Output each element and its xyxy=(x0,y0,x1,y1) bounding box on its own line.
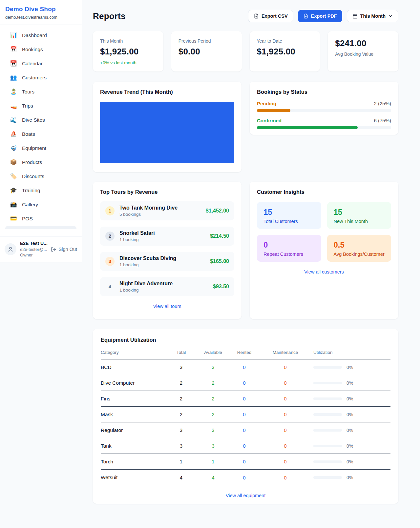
view-all-equipment-link[interactable]: View all equipment xyxy=(101,493,390,498)
equipment-maintenance: 0 xyxy=(260,380,311,386)
equipment-total: 4 xyxy=(165,475,198,480)
sidebar-item[interactable]: 📆 Calendar xyxy=(3,56,79,71)
equipment-utilization-card: Equipment Utilization Category Total Ava… xyxy=(93,329,398,504)
sidebar-item[interactable]: 📸 Gallery xyxy=(3,197,79,212)
equipment-total: 3 xyxy=(165,427,198,433)
equipment-table-header: Category Total Available Rented Maintena… xyxy=(101,350,390,359)
nav-item-label: POS xyxy=(22,216,33,222)
user-role: Owner xyxy=(20,252,47,258)
nav-item-label: Tours xyxy=(22,89,34,95)
sidebar-item[interactable]: 👥 Customers xyxy=(3,71,79,85)
period-dropdown[interactable]: This Month xyxy=(347,10,398,22)
col-header-total: Total xyxy=(165,350,198,355)
sign-out-button[interactable]: Sign Out xyxy=(51,247,77,252)
nav-item-icon: 🚤 xyxy=(10,103,17,109)
equipment-rented: 0 xyxy=(229,396,260,401)
equipment-utilization-cell: 0% xyxy=(311,475,390,480)
insight-label: Repeat Customers xyxy=(263,252,315,257)
stat-card-year-to-date: Year to Date $1,925.00 xyxy=(250,31,320,71)
col-header-category: Category xyxy=(101,350,165,355)
equipment-utilization-cell: 0% xyxy=(311,412,390,417)
tour-revenue: $214.50 xyxy=(210,233,229,239)
stat-label: This Month xyxy=(100,38,156,44)
table-row: Wetsuit 4 4 0 0 0% xyxy=(101,470,390,485)
revenue-trend-bar xyxy=(100,102,234,163)
nav-item-label: Dive Sites xyxy=(22,117,45,123)
nav-item-label: Boats xyxy=(22,131,35,137)
nav-item-label: Discounts xyxy=(22,173,44,179)
sidebar-item[interactable]: 🌊 Dive Sites xyxy=(3,113,79,127)
equipment-available: 3 xyxy=(198,443,229,449)
tour-rank-badge: 3 xyxy=(105,257,115,266)
sidebar-item[interactable]: 📦 Products xyxy=(3,155,79,169)
equipment-rented: 0 xyxy=(229,443,260,449)
equipment-utilization-title: Equipment Utilization xyxy=(101,337,390,343)
nav-item-icon: 💳 xyxy=(10,216,17,221)
sidebar-item[interactable]: 📅 Bookings xyxy=(3,42,79,56)
equipment-rented: 0 xyxy=(229,380,260,386)
sidebar-item[interactable]: 🏷️ Discounts xyxy=(3,169,79,183)
sidebar-item[interactable]: 🤿 Equipment xyxy=(3,141,79,155)
nav-item-icon: 🌊 xyxy=(10,117,17,123)
insight-value: 15 xyxy=(334,208,385,217)
insights-grid: 15 Total Customers 15 New This Month 0 R… xyxy=(257,202,391,262)
table-row: Tank 3 3 0 0 0% xyxy=(101,438,390,454)
bookings-by-status-card: Bookings by Status Pending 2 (25%) Confi… xyxy=(250,82,398,135)
sidebar-item[interactable]: ⛵ Boats xyxy=(3,127,79,141)
shop-domain: demo.test.divestreams.com xyxy=(5,15,76,20)
insight-label: Total Customers xyxy=(263,219,315,224)
nav-item-icon: 📊 xyxy=(10,32,17,38)
export-csv-button[interactable]: Export CSV xyxy=(248,10,293,22)
stat-value: $241.00 xyxy=(335,38,391,49)
utilization-track xyxy=(313,429,342,432)
sidebar-item[interactable]: 💳 POS xyxy=(3,212,79,226)
equipment-available: 4 xyxy=(198,475,229,480)
sidebar-item[interactable]: 📊 Dashboard xyxy=(3,28,79,42)
shop-title: Demo Dive Shop xyxy=(5,6,76,13)
status-progress-track xyxy=(257,126,391,129)
user-email: e2e-tester@... xyxy=(20,247,47,253)
sidebar-item[interactable]: 🏝️ Tours xyxy=(3,85,79,99)
utilization-percent: 0% xyxy=(346,396,353,401)
utilization-percent: 0% xyxy=(346,365,353,370)
utilization-track xyxy=(313,445,342,447)
utilization-track xyxy=(313,476,342,479)
col-header-maintenance: Maintenance xyxy=(260,350,311,355)
tour-bookings: 5 bookings xyxy=(119,212,178,217)
tour-row: 4 Night Dive Adventure 1 booking $93.50 xyxy=(100,277,234,296)
tour-rank-badge: 4 xyxy=(105,282,115,291)
status-row: Confirmed 6 (75%) xyxy=(257,118,391,129)
view-all-tours-link[interactable]: View all tours xyxy=(100,304,234,309)
equipment-total: 3 xyxy=(165,443,198,449)
sidebar-header: Demo Dive Shop demo.test.divestreams.com xyxy=(0,0,82,25)
status-progress-fill xyxy=(257,126,358,129)
equipment-category: Tank xyxy=(101,443,165,449)
header-actions: Export CSV Export PDF This Month xyxy=(248,10,398,22)
export-pdf-button[interactable]: Export PDF xyxy=(298,10,342,22)
nav-item-icon: 📸 xyxy=(10,202,17,207)
utilization-track xyxy=(313,366,342,369)
stat-label: Avg Booking Value xyxy=(335,51,391,57)
sidebar-item[interactable]: 🎓 Training xyxy=(3,183,79,197)
table-row: Torch 1 1 0 0 0% xyxy=(101,454,390,470)
status-count: 2 (25%) xyxy=(374,101,391,106)
equipment-total: 2 xyxy=(165,412,198,417)
insight-value: 0.5 xyxy=(334,240,385,250)
equipment-category: Torch xyxy=(101,459,165,465)
nav-item-label: Dashboard xyxy=(22,32,47,38)
utilization-percent: 0% xyxy=(346,428,353,433)
utilization-track xyxy=(313,460,342,463)
sidebar-item[interactable]: 🚤 Trips xyxy=(3,99,79,113)
tour-bookings: 1 booking xyxy=(119,262,176,267)
nav-item-label: Training xyxy=(22,188,40,193)
equipment-maintenance: 0 xyxy=(260,443,311,449)
view-all-customers-link[interactable]: View all customers xyxy=(257,269,391,274)
equipment-available: 2 xyxy=(198,412,229,417)
calendar-icon xyxy=(352,13,358,19)
equipment-category: Wetsuit xyxy=(101,475,165,480)
nav-item-label: Customers xyxy=(22,75,47,81)
sidebar-item-partial-active[interactable] xyxy=(5,226,76,229)
insight-tile: 0 Repeat Customers xyxy=(257,235,321,262)
table-row: Regulator 3 3 0 0 0% xyxy=(101,422,390,438)
person-icon xyxy=(8,246,13,252)
